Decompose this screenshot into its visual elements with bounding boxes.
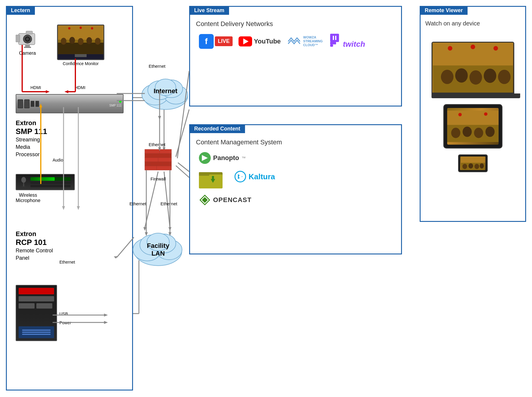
firewall-icon: [143, 148, 173, 175]
smp-port-4: [35, 101, 39, 107]
panopto-logo: Panopto ™: [199, 152, 392, 164]
rcp-pause-btn[interactable]: [19, 303, 35, 309]
firewall-section: Firewall: [143, 148, 173, 181]
camera-section: Camera: [16, 28, 39, 56]
twitch-logo: twitch: [329, 34, 365, 49]
svg-marker-127: [158, 116, 161, 120]
svg-point-47: [80, 27, 82, 29]
cdn-title: Content Delivery Networks: [196, 20, 395, 28]
svg-rect-81: [335, 36, 336, 40]
svg-point-104: [451, 128, 460, 138]
svg-point-49: [21, 177, 26, 183]
ethernet-mid-label: Ethernet: [149, 142, 166, 147]
panopto-text: Panopto: [213, 154, 239, 162]
tablet: [443, 104, 502, 149]
monitor-screen: [58, 25, 103, 54]
hdmi-label-2: HDMI: [75, 85, 85, 90]
svg-rect-63: [145, 166, 171, 170]
audio-label: Audio: [53, 158, 63, 162]
wowza-icon: [287, 35, 301, 47]
svg-rect-85: [199, 172, 209, 176]
svg-rect-36: [25, 45, 30, 47]
svg-rect-60: [145, 154, 171, 158]
smp-port-1: [18, 99, 23, 108]
svg-point-44: [86, 37, 92, 44]
livestream-box: Live Stream Content Delivery Networks f …: [189, 6, 402, 106]
svg-rect-62: [145, 162, 171, 166]
svg-point-97: [484, 69, 496, 83]
smp-device: SMP 111: [16, 94, 124, 113]
remote-label: Remote Viewer: [420, 6, 468, 15]
svg-line-21: [176, 166, 189, 177]
ethernet-top-label: Ethernet: [149, 64, 166, 69]
svg-rect-31: [16, 35, 20, 42]
rcp-stop-btn[interactable]: [19, 296, 54, 301]
svg-line-138: [178, 163, 189, 172]
rcp-mark-btn[interactable]: [36, 303, 52, 309]
svg-rect-77: [330, 34, 339, 42]
svg-point-99: [448, 46, 452, 51]
rcp-desc: Remote ControlPanel: [16, 247, 53, 262]
internet-cloud: Internet: [139, 71, 192, 114]
facility-lan-cloud: Facility LAN: [130, 225, 186, 270]
svg-point-48: [91, 27, 93, 30]
svg-rect-87: [212, 176, 214, 180]
svg-point-108: [458, 113, 462, 117]
rcp-bottom: [19, 326, 54, 338]
lectern-box: Lectern Camera: [6, 6, 133, 390]
confidence-monitor-label: Confidence Monitor: [57, 61, 104, 66]
youtube-text: YouTube: [254, 38, 281, 45]
svg-rect-79: [330, 44, 333, 47]
kaltura-logo: Kaltura: [234, 171, 275, 183]
svg-point-43: [78, 38, 83, 45]
svg-point-100: [471, 45, 475, 49]
remote-title: Watch on any device: [425, 20, 520, 27]
ethernet-right-label: Ethernet: [160, 201, 177, 206]
laptop-screen-content: [432, 43, 513, 93]
facebook-live-logo: f LIVE: [199, 34, 233, 49]
svg-point-94: [441, 70, 453, 84]
monitor-icon: [57, 25, 104, 60]
wowza-text: WOWZASTREAMINGCLOUD™: [303, 35, 323, 47]
youtube-icon: [239, 36, 252, 46]
opencast-text: OPENCAST: [213, 196, 252, 204]
facility-lan-label: Facility LAN: [147, 242, 169, 257]
svg-point-115: [480, 163, 484, 169]
mic-icon: [19, 176, 28, 188]
twitch-icon: [329, 34, 340, 47]
wireless-mic-label: Wireless Microphone: [16, 193, 40, 203]
rcp-labels: Extron RCP 101 Remote ControlPanel: [16, 230, 53, 262]
rcp-device: [16, 285, 57, 341]
svg-line-20: [176, 109, 189, 157]
power-label: Power: [59, 320, 71, 325]
wireless-mic-device: [16, 174, 75, 190]
rcp-model: RCP 101: [16, 238, 53, 247]
confidence-monitor-section: Confidence Monitor: [57, 25, 104, 66]
svg-point-45: [95, 38, 100, 45]
svg-rect-37: [24, 47, 31, 48]
camera-label: Camera: [16, 51, 39, 56]
tablet-screen: [447, 108, 499, 145]
svg-rect-51: [22, 186, 26, 187]
svg-point-114: [474, 164, 479, 169]
svg-point-105: [463, 127, 472, 137]
internet-label: Internet: [154, 87, 178, 95]
svg-rect-78: [330, 42, 336, 44]
laptop-base: [432, 93, 520, 98]
recorded-label: Recorded Content: [189, 125, 245, 133]
svg-point-98: [498, 70, 510, 84]
svg-marker-82: [202, 155, 208, 161]
rcp-record-btn[interactable]: [19, 288, 54, 294]
smp-model: SMP 111: [16, 127, 47, 136]
svg-point-107: [486, 127, 495, 137]
svg-point-34: [26, 38, 29, 41]
cdn-logos: f LIVE YouTube WOWZASTREAMINGCLOUD™: [190, 34, 401, 49]
live-badge: LIVE: [215, 36, 233, 46]
smp-port-2: [24, 99, 30, 108]
svg-point-42: [69, 37, 75, 44]
svg-rect-111: [461, 156, 485, 163]
usb-label: USB: [59, 312, 68, 316]
svg-rect-35: [26, 31, 33, 34]
opencast-icon: [199, 194, 211, 206]
laptop-screen: [432, 42, 514, 93]
